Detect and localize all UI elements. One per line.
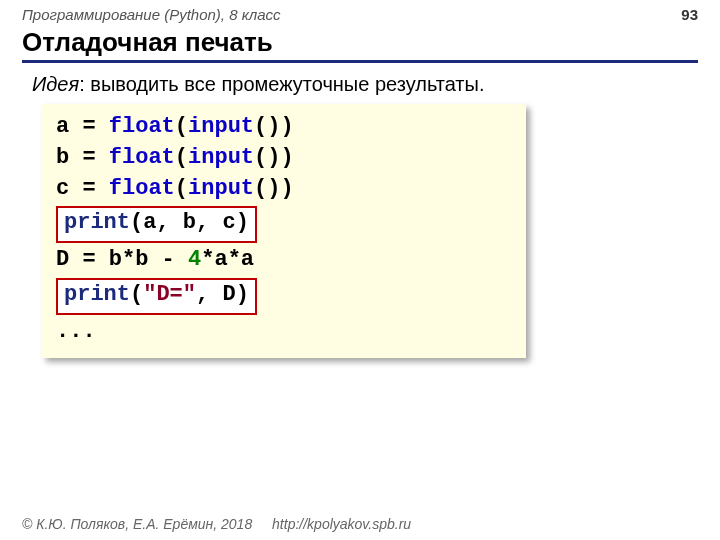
page-number: 93: [681, 6, 698, 23]
code-line: ...: [56, 317, 512, 348]
slide-title: Отладочная печать: [22, 27, 698, 63]
idea-line: Идея: выводить все промежуточные результ…: [32, 73, 698, 96]
slide-footer: © К.Ю. Поляков, Е.А. Ерёмин, 2018 http:/…: [0, 510, 720, 540]
code-line-highlight: print("D=", D): [56, 276, 512, 317]
code-block: a = float(input()) b = float(input()) c …: [42, 104, 526, 358]
course-label: Программирование (Python), 8 класс: [22, 6, 281, 23]
code-line: a = float(input()): [56, 112, 512, 143]
code-line: D = b*b - 4*a*a: [56, 245, 512, 276]
idea-text: : выводить все промежуточные результаты.: [79, 73, 484, 95]
copyright: © К.Ю. Поляков, Е.А. Ерёмин, 2018: [22, 516, 252, 532]
slide-header: Программирование (Python), 8 класс 93: [0, 0, 720, 23]
code-line-highlight: print(a, b, c): [56, 204, 512, 245]
code-line: b = float(input()): [56, 143, 512, 174]
code-line: c = float(input()): [56, 174, 512, 205]
idea-label: Идея: [32, 73, 79, 95]
slide: Программирование (Python), 8 класс 93 От…: [0, 0, 720, 540]
footer-url: http://kpolyakov.spb.ru: [272, 516, 411, 532]
